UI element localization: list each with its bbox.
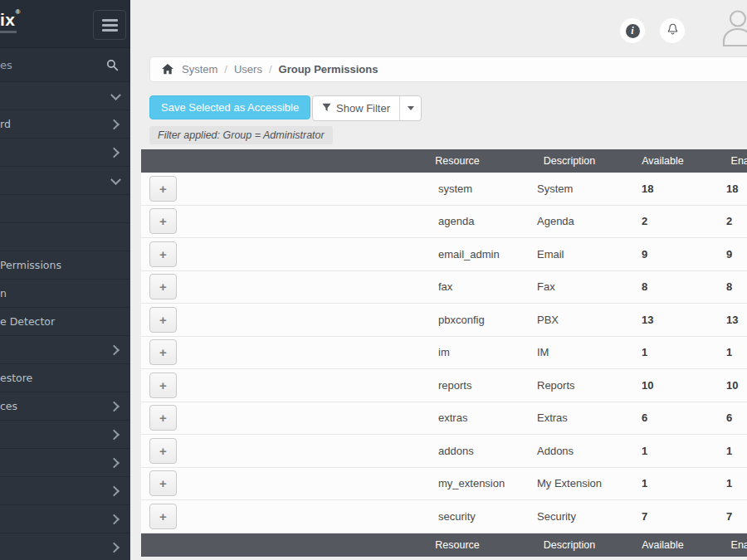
sidebar-menu-item[interactable]: Permissions xyxy=(0,251,130,280)
expand-row-button[interactable]: + xyxy=(149,274,177,299)
expand-cell: + xyxy=(141,402,188,435)
enabled-cell: 1 xyxy=(706,435,747,468)
permissions-table-body: + system System 18 18 + agenda Agenda 2 … xyxy=(141,173,747,533)
chevron-right-icon xyxy=(109,542,120,553)
description-cell: Addons xyxy=(520,435,619,468)
chevron-down-icon xyxy=(110,174,121,185)
sidebar-logo-bar: ix® xyxy=(0,0,130,48)
chevron-right-icon xyxy=(109,485,120,496)
expand-row-button[interactable]: + xyxy=(149,405,177,431)
breadcrumb-link-system[interactable]: System xyxy=(182,63,217,75)
sidebar-menu-item[interactable]: n xyxy=(0,280,130,308)
breadcrumb-separator: / xyxy=(269,63,272,75)
header-description: Description xyxy=(520,149,619,173)
available-cell: 9 xyxy=(619,238,706,271)
chevron-right-icon xyxy=(109,401,120,411)
brand-logo-subtext xyxy=(0,31,17,33)
available-cell: 10 xyxy=(619,369,706,402)
expand-row-button[interactable]: + xyxy=(149,438,177,464)
save-selected-button[interactable]: Save Selected as Accessible xyxy=(149,95,310,119)
expand-cell: + xyxy=(141,173,188,205)
expand-row-button[interactable]: + xyxy=(149,339,177,365)
expand-row-button[interactable]: + xyxy=(149,470,177,496)
expand-cell: + xyxy=(141,336,188,369)
sidebar-menu-item[interactable] xyxy=(0,533,130,560)
sidebar-menu-item[interactable] xyxy=(0,421,130,449)
sidebar-menu-item[interactable] xyxy=(0,195,130,223)
table-row: + reports Reports 10 10 xyxy=(141,369,747,402)
expand-cell: + xyxy=(141,435,188,468)
available-cell: 8 xyxy=(619,270,706,304)
sidebar-menu-item[interactable] xyxy=(0,167,130,195)
description-cell: Security xyxy=(520,500,619,533)
top-header-bar: i xyxy=(130,0,747,47)
user-avatar-icon[interactable] xyxy=(719,8,747,50)
spacer-cell xyxy=(188,500,395,533)
available-cell: 1 xyxy=(619,435,706,468)
breadcrumb-current: Group Permissions xyxy=(279,63,378,75)
sidebar-menu-item[interactable]: estore xyxy=(0,364,130,392)
resource-cell: fax xyxy=(395,270,520,304)
sidebar-menu-item[interactable] xyxy=(0,139,130,167)
available-cell: 18 xyxy=(619,173,706,205)
notifications-button[interactable] xyxy=(660,18,685,43)
resource-cell: pbxconfig xyxy=(395,304,520,337)
filter-dropdown-button[interactable] xyxy=(399,96,421,120)
sidebar-item-label: estore xyxy=(0,372,32,384)
search-icon[interactable] xyxy=(106,59,119,75)
brand-logo: ix® xyxy=(0,11,21,33)
description-cell: Email xyxy=(520,238,619,271)
table-row: + extras Extras 6 6 xyxy=(141,402,747,435)
group-permissions-table: Resource Description Available Enabled +… xyxy=(141,149,747,557)
spacer-cell xyxy=(188,435,395,468)
table-row: + security Security 7 7 xyxy=(141,500,747,533)
sidebar-search-text: es xyxy=(0,59,12,71)
expand-row-button[interactable]: + xyxy=(149,176,177,202)
expand-row-button[interactable]: + xyxy=(149,504,177,529)
sidebar-item-label: ces xyxy=(0,400,17,412)
resource-cell: im xyxy=(395,336,520,369)
resource-cell: email_admin xyxy=(395,238,520,271)
sidebar-menu-item[interactable] xyxy=(0,449,130,477)
description-cell: IM xyxy=(520,336,619,369)
sidebar-search[interactable]: es xyxy=(0,48,130,82)
sidebar-menu-item[interactable]: rd xyxy=(0,110,130,139)
hamburger-icon xyxy=(102,19,118,22)
available-cell: 2 xyxy=(619,205,706,238)
sidebar-menu-item[interactable]: e Detector xyxy=(0,308,130,336)
available-cell: 1 xyxy=(619,336,706,369)
home-icon[interactable] xyxy=(162,64,173,75)
info-icon: i xyxy=(626,24,640,38)
expand-row-button[interactable]: + xyxy=(149,241,177,267)
footer-enabled: Enabled xyxy=(706,533,747,557)
available-cell: 7 xyxy=(619,500,706,533)
expand-row-button[interactable]: + xyxy=(149,208,177,234)
enabled-cell: 2 xyxy=(706,205,747,238)
hamburger-menu-button[interactable] xyxy=(93,10,126,40)
sidebar-menu-item[interactable] xyxy=(0,82,130,110)
expand-row-button[interactable]: + xyxy=(149,307,177,333)
table-row: + my_extension My Extension 1 1 xyxy=(141,467,747,500)
table-row: + agenda Agenda 2 2 xyxy=(141,205,747,238)
show-filter-button[interactable]: Show Filter xyxy=(313,96,399,120)
info-button[interactable]: i xyxy=(620,18,645,43)
expand-row-button[interactable]: + xyxy=(149,373,177,398)
table-row: + im IM 1 1 xyxy=(141,336,747,369)
spacer-cell xyxy=(188,173,395,205)
resource-cell: system xyxy=(395,173,520,205)
sidebar-menu-item[interactable] xyxy=(0,505,130,533)
enabled-cell: 1 xyxy=(706,467,747,500)
sidebar-menu-item[interactable]: ces xyxy=(0,392,130,421)
chevron-down-icon xyxy=(110,90,121,100)
expand-cell: + xyxy=(141,270,188,304)
sidebar-menu-item[interactable] xyxy=(0,223,130,251)
sidebar-menu-item[interactable] xyxy=(0,336,130,364)
breadcrumb-link-users[interactable]: Users xyxy=(234,63,262,75)
expand-cell: + xyxy=(141,238,188,271)
spacer-cell xyxy=(188,238,395,271)
footer-resource: Resource xyxy=(395,533,520,557)
sidebar-item-label: n xyxy=(0,287,7,299)
spacer-cell xyxy=(188,402,395,435)
sidebar-menu-item[interactable] xyxy=(0,477,130,505)
footer-available: Available xyxy=(619,533,706,557)
